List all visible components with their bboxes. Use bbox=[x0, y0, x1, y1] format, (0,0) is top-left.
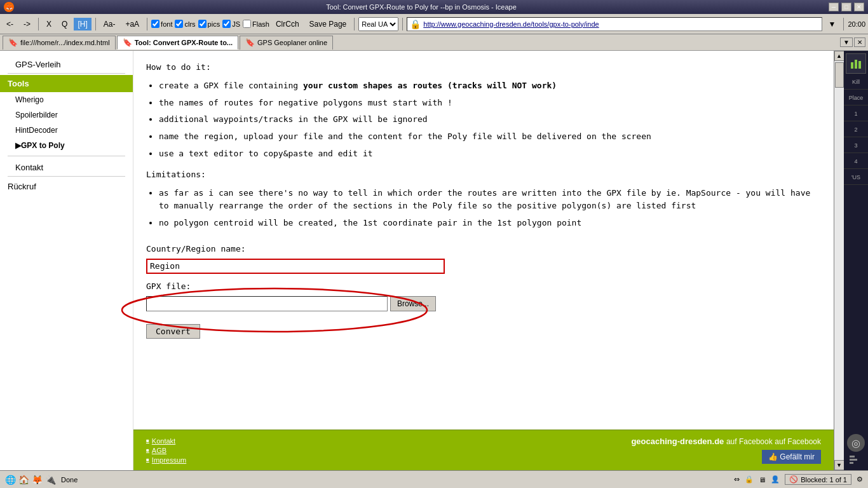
side-kill-btn[interactable]: Kill bbox=[844, 75, 868, 90]
side-icon-chart[interactable] bbox=[846, 53, 866, 74]
nav-kontakt[interactable]: Kontakt bbox=[8, 159, 125, 177]
limit-2: no polygon centroid will be created, the… bbox=[159, 217, 821, 230]
toolbar-sep-3 bbox=[147, 18, 147, 30]
side-num2-btn[interactable]: 2 bbox=[844, 123, 868, 137]
tab-file-icon: 🔖 bbox=[8, 38, 18, 47]
status-icons: 🌐 🏠 🦊 🔌 bbox=[5, 475, 56, 485]
maximize-btn[interactable]: □ bbox=[841, 3, 851, 11]
side-bars-btn[interactable] bbox=[848, 454, 864, 466]
scroll-down-btn[interactable]: ▼ bbox=[834, 460, 844, 470]
flash-checkbox[interactable]: Flash bbox=[243, 20, 269, 28]
limit-1: as far as i can see there's no way to te… bbox=[159, 187, 821, 214]
tab-tool[interactable]: 🔖 Tool: Convert GPX-Route to... bbox=[117, 36, 238, 50]
scrollbar-track[interactable] bbox=[834, 61, 844, 460]
side-us-btn[interactable]: 'US bbox=[844, 170, 868, 185]
real-ua-select[interactable]: Real UA bbox=[358, 17, 398, 31]
toolbar-sep-1 bbox=[38, 18, 39, 30]
back-button[interactable]: <- bbox=[3, 18, 17, 30]
footer-brand: geocaching-dresden.de auf Facebook auf F… bbox=[631, 437, 821, 446]
footer-agb[interactable]: AGB bbox=[146, 447, 186, 454]
clrcch-button[interactable]: ClrCch bbox=[272, 18, 303, 30]
nav-spoilerbilder[interactable]: Spoilerbilder bbox=[0, 107, 133, 123]
tab-tool-label: Tool: Convert GPX-Route to... bbox=[135, 39, 233, 46]
window-controls[interactable]: ─ □ ✕ bbox=[829, 3, 864, 11]
scrollbar-right[interactable]: ▲ ▼ bbox=[834, 51, 844, 470]
footer-links: Kontakt AGB Impressum bbox=[146, 437, 186, 464]
scroll-up-btn[interactable]: ▲ bbox=[834, 51, 844, 61]
bullet-3: additional waypoints/tracks in the GPX w… bbox=[159, 113, 821, 126]
main-content: How to do it: create a GPX file containi… bbox=[133, 51, 834, 430]
bullet-1: create a GPX file containing your custom… bbox=[159, 79, 821, 93]
title-bar: 🦊 Tool: Convert GPX-Route to Poly for --… bbox=[0, 0, 868, 14]
status-icon-globe: 🌐 bbox=[5, 475, 16, 485]
scrollbar-thumb[interactable] bbox=[835, 62, 844, 88]
footer-brand-suffix: auf Facebook bbox=[726, 437, 773, 446]
toolbar-sep-4 bbox=[354, 18, 355, 30]
fb-like-button[interactable]: 👍 Gefällt mir bbox=[762, 450, 821, 464]
address-bar[interactable]: 🔒 http://www.geocaching-dresden.de/tools… bbox=[407, 17, 822, 31]
minimize-btn[interactable]: ─ bbox=[829, 3, 839, 11]
font-checkbox[interactable]: font bbox=[151, 20, 172, 28]
window-title: Tool: Convert GPX-Route to Poly for --bp… bbox=[14, 3, 829, 11]
status-icon-key: ⇔ bbox=[734, 475, 740, 484]
clrs-checkbox[interactable]: clrs bbox=[175, 20, 195, 28]
side-num1-btn[interactable]: 1 bbox=[844, 107, 868, 121]
status-icon-plug: 🔌 bbox=[45, 475, 56, 485]
toolbar-sep-5 bbox=[402, 18, 403, 30]
footer-kontakt[interactable]: Kontakt bbox=[146, 437, 186, 445]
nav-sep-1 bbox=[8, 156, 125, 156]
page-footer: Kontakt AGB Impressum geocaching-dresden… bbox=[133, 430, 834, 470]
toolbar-sep-6 bbox=[843, 18, 844, 30]
close-btn[interactable]: ✕ bbox=[854, 3, 864, 11]
js-checkbox[interactable]: JS bbox=[222, 20, 240, 28]
blocked-badge[interactable]: 🚫 Blocked: 1 of 1 bbox=[785, 474, 851, 485]
nav-gps-verleih[interactable]: GPS-Verleih bbox=[8, 56, 125, 74]
country-label: Country/Region name: bbox=[146, 243, 821, 256]
country-input[interactable] bbox=[146, 259, 445, 274]
dropdown-btn[interactable]: ▼ bbox=[825, 18, 840, 30]
tab-gps[interactable]: 🔖 GPS Geoplaner online bbox=[240, 36, 333, 50]
footer-impressum[interactable]: Impressum bbox=[146, 456, 186, 464]
side-place-btn[interactable]: Place bbox=[844, 91, 868, 105]
form-area: Country/Region name: GPX file: bbox=[146, 243, 821, 339]
font-minus-button[interactable]: Aa- bbox=[100, 18, 119, 30]
right-side-tools: Kill Place 1 2 3 4 'US ◎ bbox=[844, 51, 868, 470]
save-page-button[interactable]: Save Page bbox=[306, 18, 351, 30]
tab-bar: 🔖 file:///home/r.../index.md.html 🔖 Tool… bbox=[0, 34, 868, 51]
bullet-5: use a text editor to copy&paste and edit… bbox=[159, 147, 821, 161]
help-button[interactable]: [H] bbox=[74, 18, 91, 30]
nav-ruckruf[interactable]: Rückruf bbox=[0, 178, 133, 195]
side-num4-btn[interactable]: 4 bbox=[844, 154, 868, 169]
home-button[interactable]: Q bbox=[58, 18, 71, 30]
svg-rect-5 bbox=[850, 459, 857, 461]
svg-rect-3 bbox=[858, 61, 861, 69]
tab-gps-label: GPS Geoplaner online bbox=[257, 39, 327, 46]
browse-button[interactable]: Browse... bbox=[390, 296, 436, 311]
tab-file[interactable]: 🔖 file:///home/r.../index.md.html bbox=[3, 36, 116, 50]
svg-rect-2 bbox=[855, 60, 857, 69]
nav-hintdecoder[interactable]: HintDecoder bbox=[0, 123, 133, 138]
blocked-text: Blocked: 1 of 1 bbox=[801, 476, 847, 484]
left-nav: GPS-Verleih Tools Wherigo Spoilerbilder … bbox=[0, 51, 133, 470]
bullet-4: name the region, upload your file and th… bbox=[159, 130, 821, 144]
side-num3-btn[interactable]: 3 bbox=[844, 139, 868, 153]
tab-file-label: file:///home/r.../index.md.html bbox=[20, 39, 110, 46]
toolbar-sep-2 bbox=[95, 18, 96, 30]
tab-dropdown-btn[interactable]: ▼ bbox=[840, 37, 853, 47]
font-plus-button[interactable]: +aA bbox=[121, 18, 143, 30]
stop-button[interactable]: X bbox=[43, 18, 55, 30]
nav-gpx-to-poly[interactable]: ▶GPX to Poly bbox=[0, 138, 133, 153]
file-input-group: Browse... bbox=[146, 296, 436, 311]
pics-checkbox[interactable]: pics bbox=[198, 20, 220, 28]
convert-button[interactable]: Convert bbox=[146, 324, 200, 339]
status-icon-monitor: 🖥 bbox=[759, 476, 766, 484]
footer-brand-suffix-text: auf Facebook bbox=[775, 437, 821, 446]
forward-button[interactable]: -> bbox=[20, 18, 34, 30]
nav-tools[interactable]: Tools bbox=[0, 75, 133, 92]
tab-close-btn[interactable]: ✕ bbox=[854, 37, 865, 47]
file-input[interactable] bbox=[146, 296, 388, 311]
side-circle-btn[interactable]: ◎ bbox=[847, 434, 865, 452]
country-group: Country/Region name: bbox=[146, 243, 821, 274]
status-icon-home: 🏠 bbox=[18, 475, 29, 485]
nav-wherigo[interactable]: Wherigo bbox=[0, 92, 133, 107]
